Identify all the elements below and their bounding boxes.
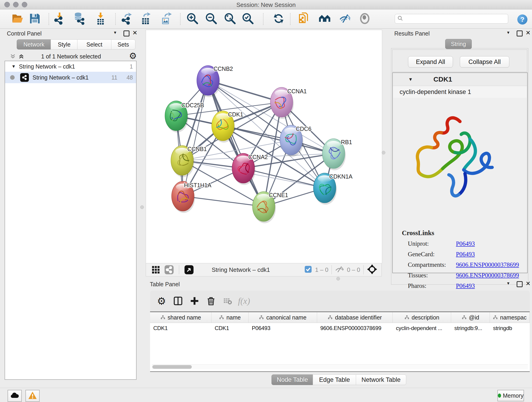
import-network-database-button[interactable] xyxy=(72,12,87,26)
zoom-selected-button[interactable] xyxy=(241,12,255,26)
crosslink-link[interactable]: P06493 xyxy=(456,251,475,258)
save-session-button[interactable] xyxy=(27,12,42,26)
warnings-button[interactable] xyxy=(25,390,40,402)
network-canvas[interactable]: CCNB2CCNA1CDC25BCDK1CDC6RB1CCNB1CCNA2CDK… xyxy=(146,30,382,263)
table-row[interactable]: CDK1CDK1P064939606.ENSP00000378699cyclin… xyxy=(150,323,530,333)
hidden-eye-icon[interactable] xyxy=(335,265,345,274)
panel-menu-caret-icon[interactable]: ▼ xyxy=(506,281,510,286)
column-header-0[interactable]: shared name xyxy=(150,312,211,323)
import-network-file-button[interactable] xyxy=(52,12,67,26)
table-options-gear-icon[interactable]: ⚙ xyxy=(153,294,170,308)
bottom-splitter-handle[interactable] xyxy=(336,277,340,281)
tab-string[interactable]: String xyxy=(445,39,472,49)
clone-network-button[interactable] xyxy=(297,12,312,26)
crosslink-link[interactable]: P06493 xyxy=(456,240,475,247)
crosslink-link[interactable]: 9606.ENSP00000378699 xyxy=(456,261,519,268)
tab-node-table[interactable]: Node Table xyxy=(272,375,313,385)
column-header-4[interactable]: description xyxy=(393,312,451,323)
hide-panels-button[interactable] xyxy=(338,12,353,26)
birdseye-view-icon[interactable] xyxy=(182,262,196,277)
section-collapse-caret-icon[interactable]: ▼ xyxy=(408,77,413,82)
network-collection-row[interactable]: ▼ String Network – cdk1 1 xyxy=(5,61,136,72)
zoom-in-button[interactable] xyxy=(185,12,200,26)
node-table[interactable]: shared namenamecanonical namedatabase id… xyxy=(150,312,530,372)
import-table-file-button[interactable] xyxy=(93,12,108,26)
toggle-view-button[interactable] xyxy=(357,12,372,26)
tab-network[interactable]: Network xyxy=(17,39,51,50)
panel-float-icon[interactable] xyxy=(517,31,523,36)
table-cell[interactable]: cyclin-dependent ... xyxy=(393,323,451,333)
panel-close-icon[interactable]: ✕ xyxy=(133,29,138,36)
structure-image xyxy=(393,98,527,229)
table-cell[interactable]: stringdb xyxy=(490,323,530,333)
export-table-button[interactable] xyxy=(138,12,153,26)
gene-section: ▼ CDK1 cyclin-dependent kinase 1 xyxy=(392,72,528,273)
column-header-2[interactable]: canonical name xyxy=(249,312,317,323)
tab-style[interactable]: Style xyxy=(51,39,78,50)
crosslink-link[interactable]: 9606.ENSP00000378699 xyxy=(456,272,519,279)
column-header-6[interactable]: namespac xyxy=(490,312,530,323)
table-cell[interactable]: stringdb:9... xyxy=(451,323,490,333)
delete-column-trash-icon[interactable] xyxy=(203,294,219,308)
column-header-1[interactable]: name xyxy=(211,312,249,323)
expand-all-networks-icon[interactable] xyxy=(18,53,25,61)
zoom-out-button[interactable] xyxy=(204,12,219,26)
search-input[interactable] xyxy=(395,14,508,24)
network-share-view-icon[interactable] xyxy=(162,262,176,277)
network-options-gear-icon[interactable]: ⚙ xyxy=(129,51,137,61)
network-graph[interactable]: CCNB2CCNA1CDC25BCDK1CDC6RB1CCNB1CCNA2CDK… xyxy=(146,30,382,263)
left-splitter-handle[interactable] xyxy=(140,205,144,209)
tab-network-table[interactable]: Network Table xyxy=(356,375,406,385)
panel-menu-caret-icon[interactable]: ▼ xyxy=(506,31,510,35)
show-home-panels-button[interactable] xyxy=(317,12,332,26)
table-cell[interactable]: 9606.ENSP00000378699 xyxy=(317,323,393,333)
panel-float-icon[interactable] xyxy=(123,31,129,36)
refresh-button[interactable] xyxy=(271,12,286,26)
scrollbar-thumb[interactable] xyxy=(152,365,192,369)
zoom-fit-button[interactable] xyxy=(223,12,237,26)
panel-float-icon[interactable] xyxy=(517,281,523,287)
export-image-button[interactable] xyxy=(159,12,173,26)
table-import-icon xyxy=(94,12,107,26)
cloud-button[interactable] xyxy=(7,390,22,402)
column-header-5[interactable]: @id xyxy=(451,312,490,323)
table-cell[interactable]: P06493 xyxy=(249,323,317,333)
expand-all-button[interactable]: Expand All xyxy=(408,56,453,68)
network-export-icon xyxy=(120,12,133,26)
help-button[interactable]: ? xyxy=(517,14,527,25)
memory-button[interactable]: Memory xyxy=(497,390,524,401)
column-label: name xyxy=(226,314,241,321)
selected-checkbox-icon[interactable] xyxy=(304,266,312,274)
add-column-icon[interactable] xyxy=(186,294,203,308)
panel-close-icon[interactable]: ✕ xyxy=(526,280,531,287)
collection-expand-caret-icon[interactable]: ▼ xyxy=(12,64,16,69)
panel-close-icon[interactable]: ✕ xyxy=(526,29,531,36)
collapse-all-networks-icon[interactable] xyxy=(9,53,17,61)
delete-table-icon[interactable] xyxy=(219,294,236,308)
table-cell[interactable]: CDK1 xyxy=(211,323,249,333)
search-field[interactable] xyxy=(403,15,508,22)
table-h-scrollbar[interactable] xyxy=(152,364,528,369)
tab-select[interactable]: Select xyxy=(77,39,112,50)
export-network-button[interactable] xyxy=(120,12,134,26)
right-splitter-handle[interactable] xyxy=(382,151,385,154)
open-session-button[interactable] xyxy=(10,12,25,26)
network-label: String Network – cdk1 xyxy=(32,74,111,81)
gene-section-header[interactable]: ▼ CDK1 xyxy=(393,73,527,86)
import-network-icon xyxy=(53,12,66,26)
cloud-icon xyxy=(10,392,19,400)
table-cell[interactable]: CDK1 xyxy=(150,323,211,333)
node-label-CDC6: CDC6 xyxy=(296,126,311,132)
panel-menu-caret-icon[interactable]: ▼ xyxy=(113,31,117,35)
fit-selection-crosshair-icon[interactable] xyxy=(367,264,377,275)
collapse-all-button[interactable]: Collapse All xyxy=(460,56,509,68)
tab-edge-table[interactable]: Edge Table xyxy=(313,375,356,385)
toolbar-separator xyxy=(180,13,181,25)
tab-sets[interactable]: Sets xyxy=(111,39,135,50)
column-header-3[interactable]: database identifier xyxy=(317,312,393,323)
grid-view-icon[interactable] xyxy=(149,262,162,277)
column-label: database identifier xyxy=(335,314,382,321)
function-builder-button[interactable]: f(x) xyxy=(236,294,252,308)
show-columns-icon[interactable] xyxy=(170,294,186,308)
network-row-selected[interactable]: String Network – cdk1 11 48 xyxy=(5,72,136,83)
